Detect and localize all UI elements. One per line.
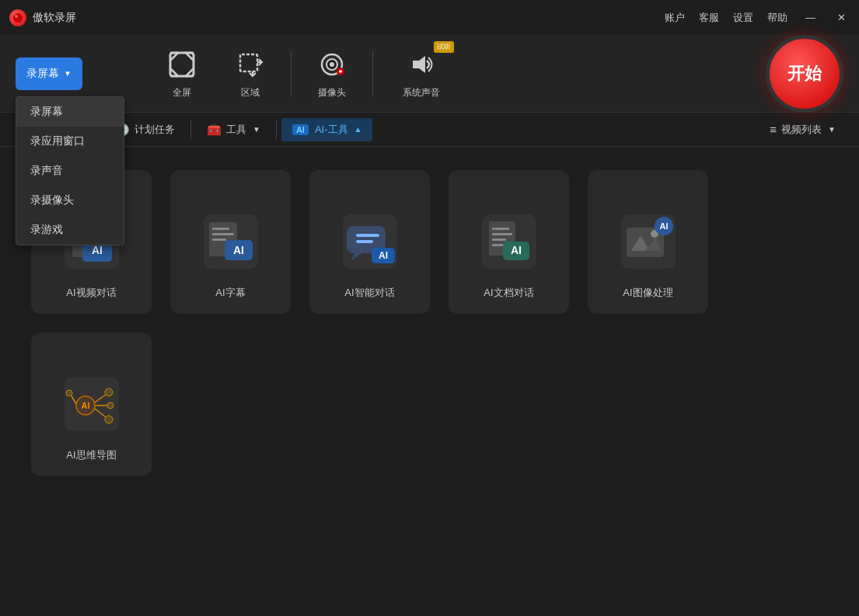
svg-point-0 <box>13 13 23 23</box>
ai-video-dialog-label: AI视频对话 <box>66 286 116 300</box>
record-button[interactable]: 录屏幕 ▼ <box>16 57 82 90</box>
tools-icon: 🧰 <box>207 123 222 137</box>
camera-icon <box>315 47 349 82</box>
bottom-toolbar: 🕐 自动停止 🕒 计划任务 🧰 工具 ▼ AI AI-工具 ▲ ≡ 视频列表 ▼ <box>0 113 859 147</box>
toolbar-divider-1 <box>291 50 292 97</box>
svg-text:AI: AI <box>92 244 103 256</box>
record-dropdown-menu: 录屏幕 录应用窗口 录声音 录摄像头 录游戏 <box>16 96 124 245</box>
app-title: 傲软录屏 <box>33 11 76 25</box>
start-button[interactable]: 开始 <box>766 35 843 113</box>
ai-mind-map-label: AI思维导图 <box>66 448 116 462</box>
video-list-arrow-icon: ▼ <box>828 125 836 134</box>
svg-point-55 <box>107 402 113 409</box>
ai-image-process-icon: AI <box>613 207 683 277</box>
svg-point-53 <box>105 388 113 396</box>
start-btn-container: 开始 <box>766 35 843 113</box>
app-logo <box>9 9 26 26</box>
ai-image-process-label: AI图像处理 <box>623 286 672 300</box>
video-list-icon: ≡ <box>770 123 777 136</box>
svg-text:AI: AI <box>233 244 244 256</box>
main-toolbar: 录屏幕 ▼ 录屏幕 录应用窗口 录声音 录摄像头 录游戏 全屏 <box>0 35 859 113</box>
svg-point-57 <box>105 416 113 423</box>
audio-icon: 试听 <box>404 47 438 82</box>
svg-text:AI: AI <box>81 401 89 410</box>
dropdown-item-record-game[interactable]: 录游戏 <box>16 215 124 245</box>
fullscreen-label: 全屏 <box>173 86 191 99</box>
ai-smart-dialog-label: AI智能对话 <box>344 286 394 300</box>
camera-tool[interactable]: 摄像头 <box>301 43 363 104</box>
fullscreen-tool[interactable]: 全屏 <box>151 43 213 104</box>
region-tool[interactable]: 区域 <box>219 43 281 104</box>
support-btn[interactable]: 客服 <box>699 11 719 25</box>
title-bar: 傲软录屏 账户 客服 设置 帮助 — ✕ <box>0 0 859 35</box>
ai-subtitle-icon: AI <box>196 207 266 277</box>
svg-rect-36 <box>492 228 509 230</box>
audio-tool[interactable]: 试听 系统声音 <box>382 43 460 104</box>
region-icon <box>233 47 267 82</box>
tools-btn[interactable]: 🧰 工具 ▼ <box>196 118 271 141</box>
ai-tools-grid: AI AI视频对话 AI AI字幕 <box>31 170 828 476</box>
tools-dropdown-icon: ▼ <box>253 125 260 134</box>
ai-card-doc-dialog[interactable]: AI AI文档对话 <box>449 170 569 314</box>
svg-point-8 <box>330 62 334 67</box>
ai-smart-dialog-icon: AI <box>335 207 405 277</box>
ai-doc-dialog-icon: AI <box>474 207 544 277</box>
ai-tools-label: AI-工具 <box>315 123 348 137</box>
bottom-divider-2 <box>190 120 191 139</box>
video-list-btn[interactable]: ≡ 视频列表 ▼ <box>759 118 847 141</box>
settings-btn[interactable]: 设置 <box>733 11 753 25</box>
ai-mind-map-icon: AI <box>57 369 127 439</box>
svg-point-1 <box>15 15 18 18</box>
ai-card-mind-map[interactable]: AI AI思维导图 <box>31 332 152 476</box>
dropdown-item-record-audio[interactable]: 录声音 <box>16 156 124 186</box>
start-button-label: 开始 <box>787 62 822 85</box>
record-button-label: 录屏幕 <box>26 67 59 81</box>
svg-rect-37 <box>492 233 512 235</box>
svg-rect-3 <box>240 54 257 71</box>
dropdown-item-record-window[interactable]: 录应用窗口 <box>16 127 124 156</box>
close-btn[interactable]: ✕ <box>833 10 850 25</box>
account-btn[interactable]: 账户 <box>665 11 685 25</box>
ai-badge: AI <box>292 124 309 135</box>
svg-rect-30 <box>356 234 379 237</box>
dropdown-item-record-camera[interactable]: 录摄像头 <box>16 186 124 215</box>
svg-rect-23 <box>212 233 234 235</box>
ai-card-image-process[interactable]: AI AI图像处理 <box>588 170 708 314</box>
toolbar-divider-2 <box>372 50 373 97</box>
dropdown-item-record-screen[interactable]: 录屏幕 <box>16 97 124 127</box>
svg-text:AI: AI <box>511 244 522 256</box>
ai-tools-up-icon: ▲ <box>354 125 362 134</box>
svg-text:AI: AI <box>379 250 388 261</box>
ai-card-subtitle[interactable]: AI AI字幕 <box>170 170 291 314</box>
video-list-label: 视频列表 <box>781 123 822 137</box>
svg-point-59 <box>66 390 72 396</box>
ai-doc-dialog-label: AI文档对话 <box>484 286 533 300</box>
record-dropdown-arrow[interactable]: ▼ <box>64 69 72 78</box>
svg-rect-38 <box>492 238 506 241</box>
title-bar-left: 傲软录屏 <box>9 9 76 26</box>
title-bar-right: 账户 客服 设置 帮助 — ✕ <box>665 10 850 25</box>
fullscreen-icon <box>165 47 199 82</box>
record-btn-group: 录屏幕 ▼ 录屏幕 录应用窗口 录声音 录摄像头 录游戏 <box>16 57 82 90</box>
tools-label: 工具 <box>226 123 246 137</box>
help-btn[interactable]: 帮助 <box>767 11 787 25</box>
svg-rect-31 <box>356 240 373 243</box>
svg-marker-12 <box>413 56 425 73</box>
audio-label: 系统声音 <box>403 86 440 99</box>
svg-rect-22 <box>212 228 229 230</box>
region-label: 区域 <box>241 86 260 99</box>
svg-rect-24 <box>212 238 226 241</box>
svg-text:AI: AI <box>659 221 668 231</box>
camera-label: 摄像头 <box>318 86 346 99</box>
ai-tools-btn[interactable]: AI AI-工具 ▲ <box>281 118 373 141</box>
bottom-divider-3 <box>276 120 277 139</box>
ai-subtitle-label: AI字幕 <box>215 286 245 300</box>
minimize-btn[interactable]: — <box>801 10 819 25</box>
main-content: AI AI视频对话 AI AI字幕 <box>0 147 859 616</box>
ai-card-smart-dialog[interactable]: AI AI智能对话 <box>309 170 430 314</box>
schedule-label: 计划任务 <box>134 123 175 137</box>
